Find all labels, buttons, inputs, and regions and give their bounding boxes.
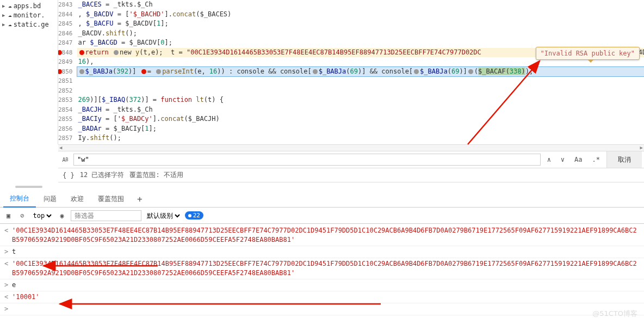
cloud-icon: ☁	[8, 21, 12, 28]
value-tooltip: "Invalid RSA public key"	[536, 47, 640, 60]
console-row[interactable]: <'00C1E3934D1614465B33053E7F48EE4EC87B14…	[0, 225, 644, 246]
filter-input[interactable]	[71, 210, 141, 221]
tab-coverage[interactable]: 覆盖范围	[91, 191, 131, 207]
console-toolbar: ▣ ⊘ top ◉ 默认级别 22	[0, 208, 644, 224]
code-editor[interactable]: 2843284428452846284728482849285028512852…	[58, 0, 644, 144]
context-select[interactable]: top	[30, 211, 53, 220]
ab-icon[interactable]: AB	[60, 155, 70, 164]
tab-console[interactable]: 控制台	[3, 191, 36, 208]
console-row[interactable]: >	[0, 303, 644, 315]
console-row[interactable]: >t	[0, 246, 644, 258]
tree-item[interactable]: ▶☁static.ge	[0, 20, 58, 29]
status-bar: { } 12 已选择字符 覆盖范围: 不适用	[58, 168, 644, 182]
next-match-icon[interactable]: ∨	[558, 154, 568, 166]
horizontal-scrollbar[interactable]	[58, 144, 644, 151]
tab-issues[interactable]: 问题	[37, 191, 63, 207]
code-line[interactable]: _BADAr = $_BACIy[1];	[77, 124, 645, 134]
prev-match-icon[interactable]: ∧	[544, 154, 554, 166]
search-bar: AB ∧ ∨ Aa .* 取消	[58, 151, 644, 168]
drag-handle[interactable]	[15, 186, 42, 188]
tree-label: static.ge	[14, 21, 49, 28]
add-tab-icon[interactable]: +	[132, 194, 148, 204]
cloud-icon: ☁	[8, 2, 12, 9]
tree-label: monitor.	[14, 11, 45, 19]
regex-button[interactable]: .*	[589, 154, 603, 166]
cloud-icon: ☁	[8, 11, 12, 19]
search-input[interactable]	[73, 154, 541, 166]
console-output[interactable]: <'00C1E3934D1614465B33053E7F48EE4EC87B14…	[0, 224, 644, 316]
watermark: @51CTO博客	[592, 309, 637, 319]
eye-icon[interactable]: ◉	[57, 211, 67, 221]
code-line[interactable]: _BACIy = ['$_BADCy'].concat($_BACJH)	[77, 114, 645, 124]
code-line[interactable]: _BACJH = _tkts.$_Ch	[77, 105, 645, 115]
drawer-tabs: 控制台 问题 欢迎 覆盖范围 +	[0, 191, 644, 208]
coverage-status: 覆盖范围: 不适用	[129, 170, 183, 180]
tree-item[interactable]: ▶☁apps.bd	[0, 1, 58, 10]
tab-welcome[interactable]: 欢迎	[64, 191, 90, 207]
code-area[interactable]: _BACES = _tkts.$_Ch, $_BACDV = ['$_BACHD…	[77, 0, 645, 144]
code-line[interactable]: ar $_BACGD = $_BACDV[0];	[77, 38, 645, 48]
code-line[interactable]: $_BABJa(392)] = parseInt(e, 16)) : conso…	[77, 67, 645, 77]
code-line[interactable]: _BACES = _tkts.$_Ch	[77, 0, 645, 10]
code-line[interactable]: , $_BACDV = ['$_BACHD'].concat($_BACES)	[77, 10, 645, 20]
code-line[interactable]: , $_BACFU = $_BACDV[1];	[77, 19, 645, 29]
code-line[interactable]: 269)][$_IBAQ(372)] = function lt(t) {	[77, 95, 645, 105]
expand-icon: ▶	[2, 3, 7, 9]
match-case-button[interactable]: Aa	[571, 154, 585, 166]
file-tree[interactable]: ▶☁apps.bd ▶☁monitor. ▶☁static.ge	[0, 0, 58, 144]
code-line[interactable]: _BACDV.shift();	[77, 29, 645, 39]
braces-icon[interactable]: { }	[63, 172, 75, 179]
expand-icon: ▶	[2, 22, 7, 27]
code-line[interactable]: Iy.shift();	[77, 133, 645, 143]
expand-icon: ▶	[2, 13, 7, 18]
line-gutter: 2843284428452846284728482849285028512852…	[58, 0, 77, 144]
selection-status: 12 已选择字符	[80, 170, 125, 180]
tree-label: apps.bd	[14, 2, 41, 10]
code-line[interactable]	[77, 86, 645, 96]
cancel-button[interactable]: 取消	[606, 151, 642, 168]
code-line[interactable]	[77, 76, 645, 86]
clear-console-icon[interactable]: ⊘	[17, 211, 27, 221]
sidebar-toggle-icon[interactable]: ▣	[3, 211, 14, 221]
console-row[interactable]: >e	[0, 279, 644, 291]
issue-badge[interactable]: 22	[185, 211, 203, 220]
console-row[interactable]: <'10001'	[0, 291, 644, 303]
tree-item[interactable]: ▶☁monitor.	[0, 10, 58, 20]
level-select[interactable]: 默认级别	[145, 211, 182, 220]
console-row[interactable]: <'00C1E3934D1614465B33053E7F48EE4EC87B14…	[0, 258, 644, 279]
